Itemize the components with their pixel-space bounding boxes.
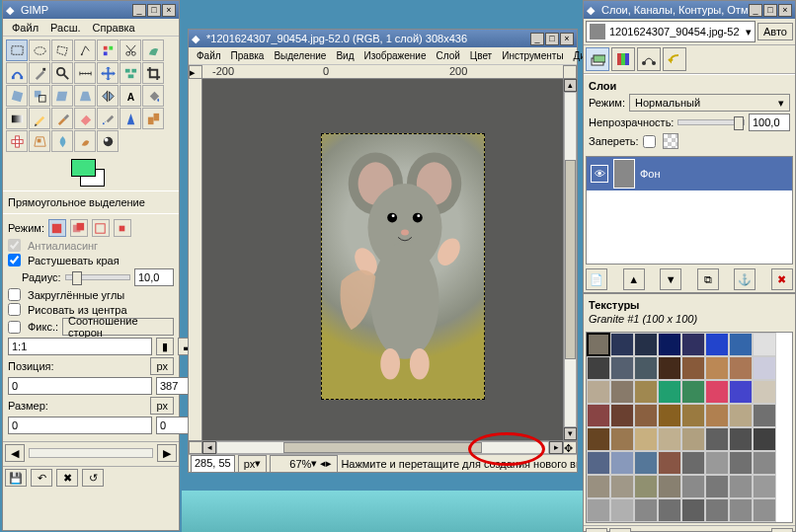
texture-swatch[interactable] [753,380,776,404]
texture-swatch[interactable] [681,475,705,498]
ruler-vertical[interactable] [189,79,202,440]
tool-heal[interactable] [6,130,28,152]
close-button[interactable]: × [778,4,792,17]
menu-image[interactable]: Изображение [359,49,430,62]
scroll-left-icon[interactable]: ◂ [202,441,216,454]
texture-swatch[interactable] [610,380,634,404]
tool-paintbrush[interactable] [51,108,73,129]
menu-tools[interactable]: Инструменты [498,49,567,62]
tool-smudge[interactable] [74,130,96,152]
lock-pixels-checkbox[interactable] [643,135,656,148]
texture-swatch[interactable] [634,498,658,522]
tool-ink[interactable] [119,108,141,129]
restore-options-icon[interactable]: ↶ [31,469,52,487]
texture-swatch[interactable] [587,427,610,451]
texture-swatch[interactable] [729,475,753,498]
tool-align[interactable] [119,62,141,84]
texture-swatch[interactable] [587,380,610,404]
close-button[interactable]: × [162,4,176,17]
menu-edit[interactable]: Правка [227,49,269,62]
texture-swatch[interactable] [705,498,729,522]
texture-swatch[interactable] [658,333,681,356]
maximize-button[interactable]: □ [147,4,161,17]
tool-pencil[interactable] [29,108,50,129]
texture-swatch[interactable] [729,356,753,380]
tool-free-select[interactable] [51,39,73,61]
mode-add[interactable] [70,219,88,237]
ratio-portrait[interactable]: ▮ [156,338,174,355]
tool-scissors[interactable] [119,39,141,61]
tool-crop[interactable] [142,62,164,84]
pos-x[interactable] [8,377,152,395]
canvas[interactable] [202,79,563,440]
texture-swatch[interactable] [610,498,634,522]
tool-rotate[interactable] [6,85,28,107]
toolbox-titlebar[interactable]: ◆ GIMP _ □ × [3,1,179,19]
quickmask-icon[interactable] [189,441,202,454]
texture-swatch[interactable] [610,356,634,380]
ruler-corner[interactable]: ▸ [189,65,202,79]
texture-swatch[interactable] [658,475,681,498]
texture-swatch[interactable] [705,356,729,380]
layers-titlebar[interactable]: ◆ Слои, Каналы, Контуры, Отме _ □ × [584,1,795,19]
tool-blur[interactable] [51,130,73,152]
texture-swatch[interactable] [681,356,705,380]
duplicate-layer-icon[interactable]: ⧉ [697,268,719,290]
new-layer-icon[interactable]: 📄 [586,268,607,290]
menu-select[interactable]: Выделение [270,49,330,62]
rounded-checkbox[interactable] [8,288,21,301]
tab-channels[interactable] [611,47,635,71]
texture-swatch[interactable] [753,451,776,475]
tool-bucket-fill[interactable] [142,85,164,107]
texture-swatch[interactable] [753,333,776,356]
status-unit-combo[interactable]: px ▾ [238,455,268,473]
blend-mode-combo[interactable]: Нормальный▾ [629,94,790,112]
anchor-layer-icon[interactable]: ⚓ [734,268,756,290]
tool-flip[interactable] [97,85,119,107]
tool-color-picker[interactable] [29,62,50,84]
menu-help[interactable]: Справка [88,21,140,35]
scroll-up-icon[interactable]: ▴ [564,79,577,92]
scrollbar-vertical[interactable]: ▴ ▾ [563,79,577,440]
texture-swatch[interactable] [610,475,634,498]
tool-perspective-clone[interactable] [29,130,50,152]
tab-paths[interactable] [637,47,661,71]
menu-file[interactable]: Файл [193,49,225,62]
maximize-button[interactable]: □ [763,4,777,17]
texture-swatch[interactable] [729,451,753,475]
tool-text[interactable]: A [119,85,141,107]
layer-name[interactable]: Фон [640,168,661,180]
ruler-horizontal[interactable]: -200 0 200 [202,65,563,79]
minimize-button[interactable]: _ [530,33,544,45]
opacity-slider[interactable] [677,119,745,125]
texture-swatch[interactable] [587,404,610,427]
texture-swatch[interactable] [681,498,705,522]
tool-fuzzy-select[interactable] [74,39,96,61]
layer-visibility-icon[interactable]: 👁 [591,165,608,183]
texture-swatch[interactable] [753,475,776,498]
tool-measure[interactable] [74,62,96,84]
quickmask-toggle[interactable] [563,65,577,79]
layer-list[interactable]: 👁 Фон [586,156,793,265]
texture-swatch[interactable] [634,404,658,427]
feather-checkbox[interactable] [8,254,21,266]
texture-swatch[interactable] [681,404,705,427]
texture-swatch[interactable] [729,333,753,356]
scroll-right-icon[interactable]: ▸ [549,441,563,454]
fg-color[interactable] [71,159,96,177]
layer-row[interactable]: 👁 Фон [587,157,792,190]
ratio-field[interactable] [8,338,152,355]
mode-replace[interactable] [48,219,66,237]
close-button[interactable]: × [560,33,574,45]
image-titlebar[interactable]: ◆ *1201624307_90454.jpg-52.0 (RGB, 1 сло… [189,30,577,47]
texture-swatch[interactable] [587,333,610,356]
scrollbar-horizontal[interactable] [216,441,549,454]
save-options-icon[interactable]: 💾 [5,469,27,487]
lower-layer-icon[interactable]: ▼ [660,268,681,290]
texture-swatch[interactable] [658,380,681,404]
texture-swatch[interactable] [634,451,658,475]
tool-paths[interactable] [6,62,28,84]
tool-rect-select[interactable] [6,39,28,61]
texture-swatch[interactable] [729,380,753,404]
tool-zoom[interactable] [51,62,73,84]
